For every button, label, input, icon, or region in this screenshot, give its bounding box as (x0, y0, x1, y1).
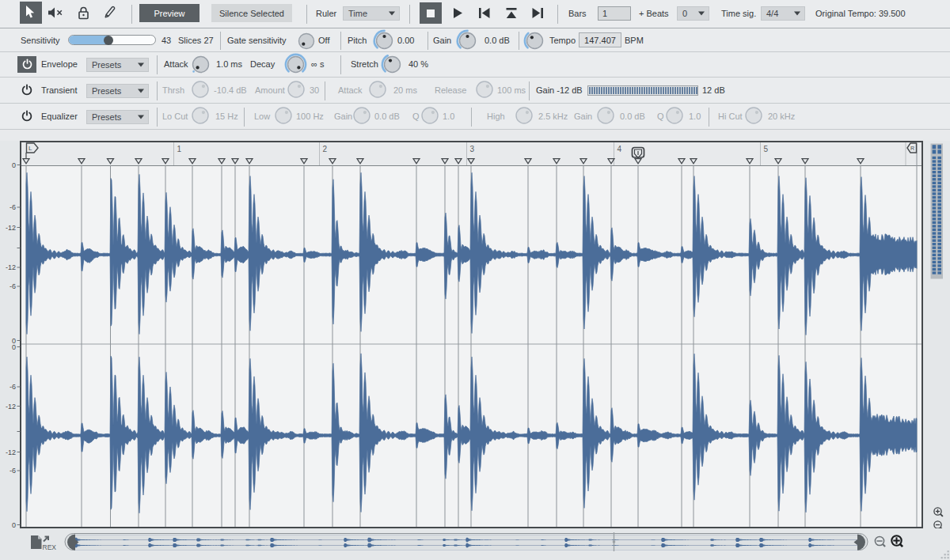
svg-text:0: 0 (12, 521, 16, 529)
svg-text:-6: -6 (10, 203, 16, 211)
svg-text:4: 4 (618, 145, 622, 153)
svg-text:-12: -12 (6, 448, 16, 456)
svg-text:-12: -12 (6, 224, 16, 232)
svg-text:3: 3 (470, 145, 475, 153)
svg-text:5: 5 (764, 145, 769, 153)
svg-text:-6: -6 (10, 282, 16, 290)
svg-text:1: 1 (177, 145, 182, 153)
svg-text:L: L (28, 145, 32, 152)
svg-text:-6: -6 (10, 383, 16, 391)
svg-text:REX: REX (43, 543, 57, 551)
svg-text:-12: -12 (6, 403, 16, 411)
svg-text:-6: -6 (10, 467, 16, 475)
svg-text:-12: -12 (6, 263, 16, 271)
svg-text:2: 2 (323, 145, 328, 153)
svg-text:0: 0 (12, 343, 16, 351)
svg-text:R: R (910, 146, 914, 151)
svg-text:0: 0 (12, 161, 16, 169)
